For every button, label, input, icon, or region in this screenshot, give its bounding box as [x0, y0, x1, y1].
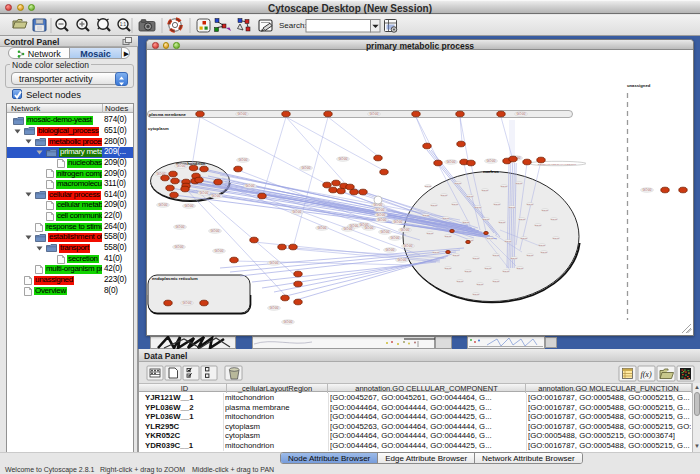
svg-text:GO:00: GO:00: [517, 112, 526, 116]
svg-text:GO:00: GO:00: [378, 218, 387, 222]
svg-text:GO:00: GO:00: [517, 267, 524, 269]
svg-text:GO:00: GO:00: [535, 224, 542, 226]
svg-text:GO:00: GO:00: [441, 194, 448, 196]
svg-text:GO:00: GO:00: [302, 166, 311, 170]
svg-text:GO:00: GO:00: [511, 257, 518, 259]
svg-text:nucleus: nucleus: [483, 169, 499, 174]
svg-text:GO:00: GO:00: [475, 206, 482, 208]
svg-text:GO:00: GO:00: [516, 182, 523, 184]
svg-text:GO:00: GO:00: [398, 258, 407, 262]
svg-text:GO:00: GO:00: [175, 245, 184, 249]
svg-text:GO:00: GO:00: [643, 188, 652, 192]
svg-text:GO:00: GO:00: [270, 306, 279, 310]
svg-text:GO:00: GO:00: [505, 240, 512, 242]
svg-text:endoplasmic reticulum: endoplasmic reticulum: [152, 276, 198, 281]
svg-text:GO:00: GO:00: [487, 237, 494, 239]
svg-text:GO:00: GO:00: [499, 221, 506, 223]
svg-text:GO:00: GO:00: [433, 251, 440, 253]
svg-text:GO:00: GO:00: [493, 254, 500, 256]
svg-text:GO:00: GO:00: [425, 185, 432, 187]
svg-text:GO:00: GO:00: [339, 157, 348, 161]
svg-text:GO:00: GO:00: [503, 270, 510, 272]
svg-text:GO:00: GO:00: [473, 293, 480, 295]
svg-text:GO:00: GO:00: [521, 237, 528, 239]
svg-text:GO:00: GO:00: [477, 283, 484, 285]
svg-text:GO:00: GO:00: [212, 194, 221, 198]
svg-text:GO:00: GO:00: [159, 203, 168, 207]
svg-text:GO:00: GO:00: [376, 208, 385, 212]
svg-text:GO:00: GO:00: [519, 218, 526, 220]
svg-text:GO:00: GO:00: [487, 159, 496, 163]
svg-text:GO:00: GO:00: [177, 164, 186, 168]
svg-text:GO:00: GO:00: [211, 229, 220, 233]
svg-text:GO:00: GO:00: [344, 227, 353, 231]
svg-text:GO:00: GO:00: [293, 210, 302, 214]
svg-text:GO:00: GO:00: [457, 280, 464, 282]
svg-text:GO:00: GO:00: [365, 226, 374, 230]
svg-text:GO:00: GO:00: [270, 261, 279, 265]
svg-text:GO:00: GO:00: [238, 112, 247, 116]
svg-text:GO:00: GO:00: [509, 206, 516, 208]
svg-text:GO:00: GO:00: [246, 184, 255, 188]
svg-text:GO:00: GO:00: [443, 217, 450, 219]
svg-text:GO:00: GO:00: [185, 204, 194, 208]
svg-text:GO:00: GO:00: [501, 185, 508, 187]
svg-text:GO:00: GO:00: [391, 236, 400, 240]
svg-text:GO:00: GO:00: [494, 203, 501, 205]
svg-text:unassigned: unassigned: [627, 83, 651, 88]
svg-text:GO:00: GO:00: [527, 254, 534, 256]
svg-text:GO:00: GO:00: [452, 203, 459, 205]
svg-text:GO:00: GO:00: [465, 270, 472, 272]
svg-text:GO:00: GO:00: [473, 257, 480, 259]
svg-text:cytoplasm: cytoplasm: [148, 126, 169, 131]
svg-text:GO:00: GO:00: [284, 320, 293, 324]
svg-text:GO:00: GO:00: [467, 195, 474, 197]
svg-text:GO:00: GO:00: [427, 232, 434, 234]
svg-text:GO:00: GO:00: [463, 221, 470, 223]
svg-text:GO:00: GO:00: [200, 191, 209, 195]
svg-text:GO:00: GO:00: [377, 213, 386, 217]
svg-text:GO:00: GO:00: [386, 248, 395, 252]
svg-text:GO:00: GO:00: [215, 249, 224, 253]
svg-text:GO:00: GO:00: [482, 189, 489, 191]
svg-text:GO:00: GO:00: [318, 226, 327, 230]
svg-text:GO:00: GO:00: [455, 182, 462, 184]
svg-text:f(x): f(x): [640, 370, 651, 379]
svg-text:GO:00: GO:00: [431, 204, 438, 206]
svg-text:GO:00: GO:00: [483, 218, 490, 220]
svg-text:plasma membrane: plasma membrane: [149, 112, 186, 117]
svg-text:GO:00: GO:00: [493, 280, 500, 282]
svg-text:GO:00: GO:00: [394, 220, 403, 224]
svg-text:GO:00: GO:00: [541, 251, 548, 253]
svg-text:GO:00: GO:00: [370, 112, 379, 116]
svg-text:GO:00: GO:00: [453, 254, 460, 256]
svg-text:GO:00: GO:00: [553, 237, 560, 239]
svg-text:GO:00: GO:00: [423, 214, 430, 216]
svg-text:GO:00: GO:00: [381, 230, 390, 234]
svg-text:Search:: Search:: [279, 21, 307, 30]
svg-text:GO:00: GO:00: [404, 244, 413, 248]
svg-text:GO:00: GO:00: [176, 225, 185, 229]
svg-text:GO:00: GO:00: [401, 228, 410, 232]
svg-text:GO:00: GO:00: [539, 244, 546, 246]
svg-text:GO:0044464|GO:0044444|GO:0044: GO:0044464|GO:0044444|GO:0044: [538, 163, 577, 166]
svg-text:GO:00: GO:00: [527, 203, 534, 205]
svg-text:GO:00: GO:00: [183, 301, 192, 305]
svg-text:GO:00: GO:00: [485, 267, 492, 269]
svg-text:GO:00: GO:00: [239, 158, 248, 162]
svg-text:GO:00: GO:00: [445, 267, 452, 269]
svg-text:GO:00: GO:00: [551, 218, 558, 220]
svg-text:GO:00: GO:00: [445, 235, 452, 237]
svg-text:GO:00: GO:00: [447, 160, 456, 164]
svg-text:GO:00: GO:00: [542, 209, 549, 211]
svg-text:1:1: 1:1: [120, 22, 127, 27]
